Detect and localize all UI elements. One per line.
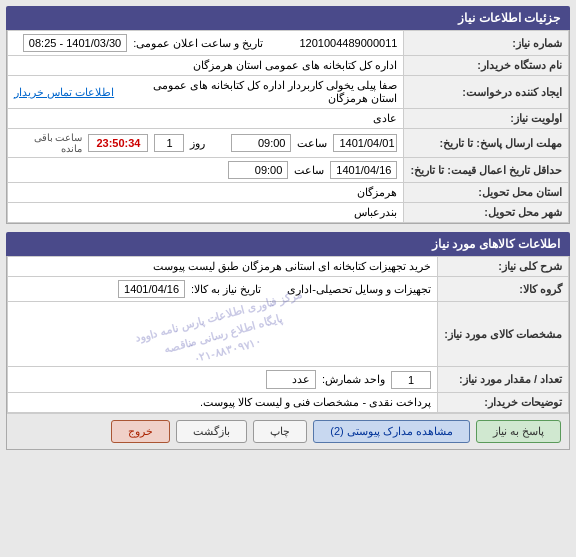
row-action-deadline: حداقل تاریخ اعمال قیمت: تا تاریخ: 1401/0… — [8, 158, 569, 183]
general-type-value: خرید تجهیزات کتابخانه ای استانی هرمزگان … — [153, 260, 431, 272]
send-deadline-label: مهلت ارسال پاسخ: تا تاریخ: — [404, 129, 569, 158]
info-table: شماره نیاز: 1201004489000011 تاریخ و ساع… — [7, 30, 569, 223]
date-label: تاریخ و ساعت اعلان عمومی: — [133, 37, 263, 50]
row-goods-group: گروه کالا: تجهیزات و وسایل تحصیلی-اداری … — [8, 277, 569, 302]
priority-label: اولویت نیاز: — [404, 109, 569, 129]
buyer-info-link[interactable]: اطلاعات تماس خریدار — [14, 86, 114, 99]
row-send-deadline: مهلت ارسال پاسخ: تا تاریخ: 1401/04/01 سا… — [8, 129, 569, 158]
exit-button[interactable]: خروج — [111, 420, 170, 443]
row-specs: مشخصات کالای مورد نیاز: مرکز فناوری اطلا… — [8, 302, 569, 367]
back-button[interactable]: بازگشت — [176, 420, 247, 443]
row-buyer: نام دستگاه خریدار: اداره کل کتابخانه های… — [8, 56, 569, 76]
specs-label: مشخصات کالای مورد نیاز: — [438, 302, 569, 367]
delivery-city-label: شهر محل تحویل: — [404, 203, 569, 223]
row-count: تعداد / مقدار مورد نیاز: 1 واحد شمارش: ع… — [8, 367, 569, 393]
origin-label: ایجاد کننده درخواست: — [404, 76, 569, 109]
goods-group-value: تجهیزات و وسایل تحصیلی-اداری — [287, 283, 431, 296]
action-deadline-label: حداقل تاریخ اعمال قیمت: تا تاریخ: — [404, 158, 569, 183]
order-number-value: 1201004489000011 — [300, 37, 398, 49]
delivery-city-value: بندرعباس — [354, 206, 397, 218]
needs-table: شرح کلی نیاز: خرید تجهیزات کتابخانه ای ا… — [7, 256, 569, 413]
action-deadline-date: 1401/04/16 — [330, 161, 397, 179]
day-label: روز — [190, 137, 205, 150]
timer-label: ساعت باقی مانده — [14, 132, 82, 154]
row-city: شهر محل تحویل: بندرعباس — [8, 203, 569, 223]
date-value: 1401/03/30 - 08:25 — [23, 34, 127, 52]
bottom-buttons-bar: پاسخ به نیاز مشاهده مدارک پیوستی (2) چاپ… — [7, 413, 569, 449]
section2-title: اطلاعات کالاهای مورد نیاز — [432, 237, 560, 251]
day-value: 1 — [154, 134, 184, 152]
goods-group-date-value: 1401/04/16 — [118, 280, 185, 298]
buyer-label: نام دستگاه خریدار: — [404, 56, 569, 76]
reply-button[interactable]: پاسخ به نیاز — [476, 420, 561, 443]
goods-group-label: گروه کالا: — [438, 277, 569, 302]
send-deadline-time-label: ساعت — [297, 137, 327, 150]
delivery-province-value: هرمزگان — [357, 186, 397, 198]
general-type-label: شرح کلی نیاز: — [438, 257, 569, 277]
desc-label: توضیحات خریدار: — [438, 393, 569, 413]
timer-value: 23:50:34 — [88, 134, 148, 152]
row-priority: اولویت نیاز: عادی — [8, 109, 569, 129]
buyer-value: اداره کل کتابخانه های عمومی استان هرمزگا… — [193, 59, 397, 71]
row-order-number: شماره نیاز: 1201004489000011 تاریخ و ساع… — [8, 31, 569, 56]
count-value: 1 — [391, 371, 431, 389]
section1-title: جزئیات اطلاعات نیاز — [458, 11, 560, 25]
section1-header: جزئیات اطلاعات نیاز — [6, 6, 570, 30]
count-label: تعداد / مقدار مورد نیاز: — [438, 367, 569, 393]
order-number-label: شماره نیاز: — [404, 31, 569, 56]
desc-value: پرداخت نقدی - مشخصات فنی و لیست کالا پیو… — [200, 396, 431, 408]
send-deadline-time: 09:00 — [231, 134, 291, 152]
unit-value: عدد — [266, 370, 316, 389]
view-docs-button[interactable]: مشاهده مدارک پیوستی (2) — [313, 420, 470, 443]
row-general-type: شرح کلی نیاز: خرید تجهیزات کتابخانه ای ا… — [8, 257, 569, 277]
origin-value: صفا پیلی یخولی کاربردار اداره کل کتابخان… — [130, 79, 397, 105]
unit-label: واحد شمارش: — [322, 373, 385, 386]
row-desc: توضیحات خریدار: پرداخت نقدی - مشخصات فنی… — [8, 393, 569, 413]
send-deadline-date: 1401/04/01 — [333, 134, 397, 152]
goods-group-date-label: تاریخ نیاز به کالا: — [191, 283, 261, 296]
row-province: استان محل تحویل: هرمزگان — [8, 183, 569, 203]
delivery-province-label: استان محل تحویل: — [404, 183, 569, 203]
section2-header: اطلاعات کالاهای مورد نیاز — [6, 232, 570, 256]
priority-value: عادی — [373, 112, 397, 124]
action-deadline-time-label: ساعت — [294, 164, 324, 177]
action-deadline-time: 09:00 — [228, 161, 288, 179]
row-origin: ایجاد کننده درخواست: صفا پیلی یخولی کارب… — [8, 76, 569, 109]
print-button[interactable]: چاپ — [253, 420, 307, 443]
